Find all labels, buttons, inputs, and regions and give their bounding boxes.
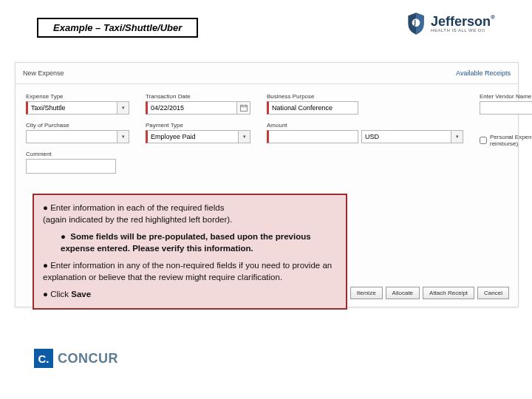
payment-type-input[interactable] xyxy=(146,130,239,143)
personal-expense-label: Personal Expense (do not reimburse) xyxy=(490,134,532,147)
business-purpose-input[interactable] xyxy=(267,101,358,115)
business-purpose-label: Business Purpose xyxy=(267,93,463,100)
form-title: New Expense xyxy=(23,69,64,77)
transaction-date-input[interactable] xyxy=(146,101,237,115)
form-header: New Expense Available Receipts xyxy=(16,63,518,84)
available-receipts-link[interactable]: Available Receipts xyxy=(456,69,511,77)
concur-text: CONCUR xyxy=(58,351,118,366)
city-of-purchase-field: City of Purchase ▾ xyxy=(26,122,129,143)
payment-type-field: Payment Type ▾ xyxy=(146,122,250,143)
comment-label: Comment xyxy=(26,151,129,157)
instruction-line-3: ● Enter information in any of the non-re… xyxy=(43,260,337,283)
comment-field: Comment xyxy=(26,151,129,174)
comment-input[interactable] xyxy=(26,159,116,174)
concur-mark-icon: C. xyxy=(34,349,53,368)
instruction-line-1: ● Enter information in each of the requi… xyxy=(43,202,337,225)
chevron-down-icon[interactable]: ▾ xyxy=(117,101,129,115)
expense-type-label: Expense Type xyxy=(26,93,129,100)
attach-receipt-button[interactable]: Attach Receipt xyxy=(423,287,474,299)
allocate-button[interactable]: Allocate xyxy=(386,287,420,299)
currency-input[interactable] xyxy=(361,130,451,143)
example-title: Example – Taxi/Shuttle/Uber xyxy=(37,18,198,38)
amount-label: Amount xyxy=(267,122,463,129)
chevron-down-icon[interactable]: ▾ xyxy=(451,130,463,143)
itemize-button[interactable]: Itemize xyxy=(350,287,383,299)
personal-expense-checkbox[interactable]: Personal Expense (do not reimburse) xyxy=(480,134,532,147)
instruction-callout: ● Enter information in each of the requi… xyxy=(33,194,347,310)
amount-field: Amount ▾ xyxy=(267,122,463,143)
jefferson-tagline: HEALTH IS ALL WE DO xyxy=(431,28,495,33)
expense-type-field: Expense Type ▾ xyxy=(26,93,129,115)
svg-rect-1 xyxy=(240,106,247,112)
jefferson-logo: Jefferson® HEALTH IS ALL WE DO xyxy=(406,12,495,35)
personal-expense-input[interactable] xyxy=(480,137,487,144)
instruction-line-2: ● Some fields will be pre-populated, bas… xyxy=(61,231,330,254)
vendor-name-input[interactable] xyxy=(480,101,532,115)
vendor-name-field: Enter Vendor Name xyxy=(480,93,532,115)
svg-point-0 xyxy=(412,18,420,27)
form-button-row: Save Itemize Allocate Attach Receipt Can… xyxy=(321,287,509,299)
city-of-purchase-input[interactable] xyxy=(26,130,117,143)
calendar-icon[interactable] xyxy=(237,101,250,115)
concur-logo: C. CONCUR xyxy=(34,349,118,368)
instruction-line-4: ● Click Save xyxy=(43,289,337,301)
payment-type-label: Payment Type xyxy=(146,122,250,129)
amount-input[interactable] xyxy=(267,130,358,143)
vendor-name-label: Enter Vendor Name xyxy=(480,93,532,100)
chevron-down-icon[interactable]: ▾ xyxy=(117,130,129,143)
shield-icon xyxy=(406,12,426,35)
chevron-down-icon[interactable]: ▾ xyxy=(239,130,250,143)
cancel-button[interactable]: Cancel xyxy=(477,287,509,299)
expense-type-input[interactable] xyxy=(26,101,117,115)
transaction-date-field: Transaction Date xyxy=(146,93,250,115)
business-purpose-field: Business Purpose xyxy=(267,93,463,115)
city-of-purchase-label: City of Purchase xyxy=(26,122,129,129)
jefferson-brand-text: Jefferson® xyxy=(431,15,495,28)
transaction-date-label: Transaction Date xyxy=(146,93,250,100)
